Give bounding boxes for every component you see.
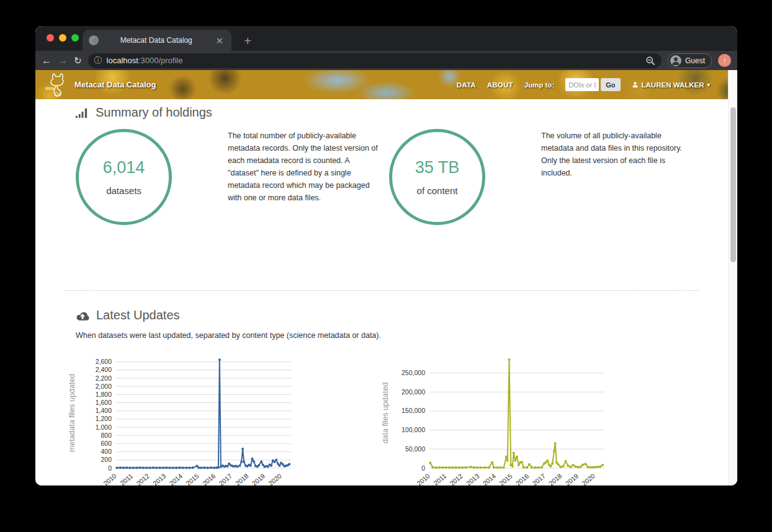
user-name: LAUREN WALKER	[642, 81, 704, 89]
svg-text:2013: 2013	[151, 472, 168, 485]
svg-text:2017: 2017	[217, 472, 233, 485]
jump-to-label: Jump to:	[524, 81, 555, 89]
svg-text:2018: 2018	[234, 472, 250, 485]
tab-strip: Metacat Data Catalog ✕ +	[35, 26, 737, 51]
metacat-cat-icon: Meta Cat	[44, 72, 69, 98]
svg-text:2017: 2017	[531, 472, 547, 485]
summary-title-text: Summary of holdings	[96, 105, 212, 120]
site-header: Meta Cat Metacat Data Catalog DATA ABOUT…	[35, 70, 737, 99]
svg-text:2013: 2013	[465, 472, 481, 485]
updates-section-title: Latest Updates	[76, 308, 180, 322]
updates-title-text: Latest Updates	[96, 308, 180, 322]
browser-toolbar: ← → ↻ ⓘ localhost:3000/profile Guest ↑	[35, 51, 737, 70]
minimize-window-button[interactable]	[59, 34, 66, 42]
svg-text:2010: 2010	[415, 472, 431, 485]
svg-text:0: 0	[421, 464, 425, 472]
volume-metric-circle: 35 TB of content	[389, 129, 485, 225]
svg-text:250,000: 250,000	[402, 369, 425, 376]
browser-tab[interactable]: Metacat Data Catalog ✕	[83, 30, 231, 51]
browser-profile-button[interactable]: Guest	[668, 53, 712, 68]
svg-text:1,800: 1,800	[96, 391, 112, 398]
svg-text:2020: 2020	[580, 472, 596, 485]
svg-text:100,000: 100,000	[402, 426, 425, 433]
nav-about-link[interactable]: ABOUT	[487, 81, 513, 89]
bar-chart-icon	[76, 107, 89, 118]
cloud-upload-icon	[76, 310, 89, 321]
scrollbar-track[interactable]	[728, 70, 737, 485]
address-bar[interactable]: ⓘ localhost:3000/profile	[88, 53, 662, 68]
svg-text:2,400: 2,400	[96, 366, 112, 373]
svg-text:2011: 2011	[119, 472, 134, 485]
svg-text:2019: 2019	[251, 472, 267, 485]
svg-text:2011: 2011	[432, 472, 447, 485]
svg-text:Meta: Meta	[45, 86, 55, 90]
volume-label: of content	[417, 185, 458, 196]
datasets-metric-circle: 6,014 datasets	[76, 129, 172, 225]
back-icon[interactable]: ←	[42, 56, 52, 66]
zoom-window-button[interactable]	[71, 34, 79, 42]
nav-data-link[interactable]: DATA	[457, 81, 476, 89]
favicon-globe-icon	[89, 35, 99, 45]
go-button[interactable]: Go	[601, 78, 620, 91]
user-icon	[632, 81, 639, 88]
tab-title: Metacat Data Catalog	[99, 36, 213, 45]
svg-text:2015: 2015	[498, 472, 514, 485]
svg-text:2016: 2016	[514, 472, 531, 485]
page-viewport: Meta Cat Metacat Data Catalog DATA ABOUT…	[35, 70, 737, 485]
volume-description: The volume of all publicly-available met…	[541, 130, 693, 179]
svg-text:2014: 2014	[481, 472, 497, 485]
jump-to-input[interactable]	[565, 78, 599, 91]
svg-text:200: 200	[101, 456, 112, 463]
svg-text:2012: 2012	[448, 472, 464, 485]
jump-to-group: Go	[565, 78, 620, 91]
summary-section-title: Summary of holdings	[76, 105, 212, 120]
svg-text:2019: 2019	[564, 472, 580, 485]
svg-text:200,000: 200,000	[402, 388, 425, 396]
guest-label: Guest	[685, 56, 705, 65]
svg-text:0: 0	[108, 464, 112, 472]
user-menu[interactable]: LAUREN WALKER ▾	[632, 81, 710, 89]
browser-update-icon[interactable]: ↑	[718, 54, 731, 67]
url-host: localhost	[107, 56, 138, 65]
site-nav: DATA ABOUT Jump to: Go LAUREN WALKER ▾	[457, 78, 729, 91]
svg-text:2015: 2015	[184, 472, 200, 485]
svg-text:data files updated: data files updated	[381, 383, 390, 444]
svg-text:2,000: 2,000	[96, 383, 112, 390]
svg-text:400: 400	[101, 448, 112, 455]
url-text: localhost:3000/profile	[107, 56, 183, 65]
url-path: :3000/profile	[138, 56, 183, 65]
datasets-count: 6,014	[103, 158, 145, 177]
svg-text:2,600: 2,600	[96, 358, 112, 365]
svg-text:2012: 2012	[135, 472, 151, 485]
svg-text:50,000: 50,000	[405, 445, 425, 453]
svg-text:800: 800	[101, 432, 112, 439]
svg-text:600: 600	[101, 440, 112, 447]
metacat-logo[interactable]: Meta Cat Metacat Data Catalog	[44, 72, 156, 98]
scrollbar-thumb[interactable]	[730, 107, 736, 262]
window-controls	[47, 34, 79, 42]
section-divider	[65, 290, 699, 291]
page-info-icon[interactable]: ⓘ	[94, 55, 102, 66]
svg-text:2016: 2016	[201, 472, 217, 485]
new-tab-button[interactable]: +	[240, 34, 255, 47]
svg-text:Cat: Cat	[55, 92, 61, 96]
close-window-button[interactable]	[47, 34, 54, 42]
svg-text:2018: 2018	[547, 472, 563, 485]
chevron-down-icon: ▾	[707, 82, 710, 88]
svg-text:1,000: 1,000	[96, 423, 112, 431]
svg-text:1,400: 1,400	[96, 407, 112, 414]
data-updates-chart: 050,000100,000150,000200,000250,00020102…	[380, 349, 611, 485]
reload-icon[interactable]: ↻	[74, 55, 82, 66]
svg-text:metadata files updated: metadata files updated	[68, 374, 76, 453]
updates-subtitle: When datasets were last updated, separat…	[76, 331, 381, 340]
volume-count: 35 TB	[415, 158, 460, 177]
close-tab-icon[interactable]: ✕	[213, 35, 225, 47]
forward-icon[interactable]: →	[58, 56, 68, 66]
svg-text:1,600: 1,600	[96, 399, 112, 406]
svg-text:2010: 2010	[102, 472, 118, 485]
svg-text:1,200: 1,200	[96, 415, 112, 422]
datasets-description: The total number of publicly-available m…	[228, 130, 380, 204]
search-icon[interactable]	[645, 56, 655, 66]
datasets-label: datasets	[106, 185, 141, 196]
site-title: Metacat Data Catalog	[74, 80, 156, 89]
